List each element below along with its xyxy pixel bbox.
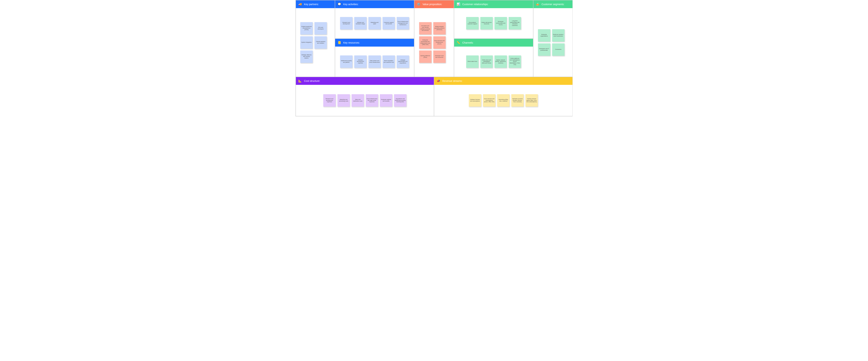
sticky-note[interactable]: Customer support and service [382,17,395,29]
notes-key-activities: Research and development Software and ha… [340,17,409,29]
header-key-resources: 📒 Key resources: [335,39,414,47]
body-revenue-streams: Software licenses and subscriptions Clou… [434,85,572,116]
body-key-resources: Intellectual property and patents Softwa… [335,47,414,77]
notebook-icon: 📒 [338,41,341,45]
sticky-note[interactable]: Cloud services and subscriptions (Azure,… [483,94,495,107]
sticky-note[interactable]: ISVs and developers [314,22,327,34]
notes-value-proposition: Innovative and user-friendly software pr… [419,22,449,63]
sticky-note[interactable]: Small and medium-sized businesses [552,29,564,41]
block-activities-resources: 💬 Key activities: Research and developme… [335,0,414,77]
sticky-note[interactable]: Enterprise productivity and collaboratio… [419,36,432,49]
block-revenue-streams: 📣 Revenue streams: Software licenses and… [434,77,572,116]
sticky-note[interactable]: Original equipment manufacturers (OEMs) [300,22,313,34]
notes-cost-structure: Research and development expenses Market… [323,94,406,107]
notes-key-resources: Intellectual property and patents Softwa… [340,55,409,68]
sticky-note[interactable]: Online store and marketplace (Microsoft … [480,55,493,68]
sticky-note[interactable]: Online platforms and marketplaces (Azure… [508,55,521,68]
header-revenue-streams: 📣 Revenue streams: [434,77,572,85]
sticky-note[interactable]: Consumers [552,44,564,56]
block-customer-segments: 🥧 Customer segments: Enterprise organiza… [533,0,572,77]
body-value-proposition: Innovative and user-friendly software pr… [414,8,454,77]
header-customer-segments: 🥧 Customer segments: [533,0,572,8]
sticky-note[interactable]: Strategic partnerships and acquisitions [397,55,409,68]
sticky-note[interactable]: Partner network (OEMs, distributors, res… [495,55,507,68]
block-key-activities: 💬 Key activities: Research and developme… [335,0,414,38]
sticky-note[interactable]: Research and development [340,17,352,29]
header-key-partners: 🚚 Key partners: [296,0,335,8]
block-customer-relationships: 📊 Customer relationships: Personalized c… [454,0,533,38]
business-model-canvas: 🚚 Key partners: Original equipment manuf… [296,0,572,116]
sticky-note[interactable]: Software development expertise [354,55,367,68]
piechart-icon: 🥧 [536,2,539,6]
sticky-note[interactable]: Cloud infrastructure and data center exp… [366,94,378,107]
sticky-note[interactable]: Gaming platforms (Xbox) [419,51,432,63]
sticky-note[interactable]: Channel partners and resellers [314,36,327,49]
sticky-note[interactable]: Gaming revenue (game sales, Xbox Live su… [525,94,538,107]
barchart-icon: 📊 [457,2,460,6]
header-customer-relationships: 📊 Customer relationships: [454,0,533,8]
notes-customer-relationships: Personalized customer support Online sel… [466,17,521,29]
body-cost-structure: Research and development expenses Market… [296,85,434,116]
sticky-note[interactable]: Advertising (Bing Ads, LinkedIn) [497,94,509,107]
title-customer-relationships: Customer relationships: [462,3,488,6]
sticky-note[interactable]: Personalized customer support [466,17,478,29]
sticky-note[interactable]: Employee salaries and benefits [380,94,392,107]
canvas-top-row: 🚚 Key partners: Original equipment manuf… [296,0,572,77]
notes-channels: Direct sales force Online store and mark… [466,55,521,68]
title-revenue-streams: Revenue streams: [442,80,463,82]
sticky-note[interactable]: Sales and distribution costs [351,94,364,107]
title-customer-segments: Customer segments: [541,3,564,6]
body-customer-relationships: Personalized customer support Online sel… [454,8,533,38]
sticky-note[interactable]: Brand reputation and customer trust [382,55,395,68]
megaphone-icon: 📣 [437,79,440,83]
triangle-icon: 📐 [298,79,302,83]
title-channels: Channels: [462,41,473,44]
sticky-note[interactable]: Intellectual property and patents [340,55,352,68]
sticky-note[interactable]: Marketing and advertising costs [337,94,350,107]
sticky-note[interactable]: Long-term partnerships with enterprise c… [508,17,521,29]
notes-revenue-streams: Software licenses and subscriptions Clou… [469,94,538,107]
sticky-note[interactable]: System integrators [300,36,313,49]
sticky-note[interactable]: Marketing and sales [368,17,381,29]
canvas-bottom-row: 📐 Cost structure: Research and developme… [296,77,572,116]
title-key-partners: Key partners: [304,3,319,6]
sticky-note[interactable]: Developers and IT professionals [538,44,550,56]
block-cost-structure: 📐 Cost structure: Research and developme… [296,77,434,116]
sticky-note[interactable]: Software and hardware design [354,17,367,29]
sticky-note[interactable]: Cloud infrastructure management and main… [397,17,409,29]
notes-customer-segments: Enterprise organizations Small and mediu… [538,29,568,56]
sticky-note[interactable]: Widely adopted operating systems (Window… [433,22,446,34]
sticky-note[interactable]: Research and development expenses [323,94,336,107]
block-relationships-channels: 📊 Customer relationships: Personalized c… [454,0,533,77]
body-key-activities: Research and development Software and ha… [335,8,414,38]
sticky-note[interactable]: Data centers and cloud infrastructure [368,55,381,68]
title-value-proposition: Value proposition: [423,3,442,6]
sticky-note[interactable]: Strategic alliances with industry leader… [300,51,313,63]
sticky-note[interactable]: Direct sales force [466,55,478,68]
sticky-note[interactable]: Innovative and user-friendly software pr… [419,22,432,34]
sticky-note[interactable]: Developer communities and forums [495,17,507,29]
sticky-note[interactable]: Cloud services and infrastructure (Azure… [433,36,446,49]
body-channels: Direct sales force Online store and mark… [454,47,533,77]
title-key-activities: Key activities: [343,3,359,6]
block-key-partners: 🚚 Key partners: Original equipment manuf… [296,0,335,77]
header-value-proposition: ⚙️ Value proposition: [414,0,454,8]
header-cost-structure: 📐 Cost structure: [296,77,434,85]
sticky-note[interactable]: Enterprise organizations [538,29,550,41]
sticky-note[interactable]: Acquisitions and intellectual property l… [394,94,406,107]
header-key-activities: 💬 Key activities: [335,0,414,8]
speech-icon: 💬 [338,2,341,6]
ruler-icon: 📏 [457,41,460,45]
body-customer-segments: Enterprise organizations Small and mediu… [533,8,572,77]
block-key-resources: 📒 Key resources: Intellectual property a… [335,38,414,77]
sticky-note[interactable]: Developer tools and resources [433,51,446,63]
body-key-partners: Original equipment manufacturers (OEMs) … [296,8,335,77]
sticky-note[interactable]: Hardware products (Surface devices, Xbox… [511,94,524,107]
gear-icon: ⚙️ [417,2,421,6]
sticky-note[interactable]: Software licenses and subscriptions [469,94,481,107]
block-value-proposition: ⚙️ Value proposition: Innovative and use… [414,0,454,77]
notes-key-partners: Original equipment manufacturers (OEMs) … [300,22,330,63]
header-channels: 📏 Channels: [454,39,533,47]
sticky-note[interactable]: Online self-service resources [480,17,493,29]
title-cost-structure: Cost structure: [304,80,320,82]
